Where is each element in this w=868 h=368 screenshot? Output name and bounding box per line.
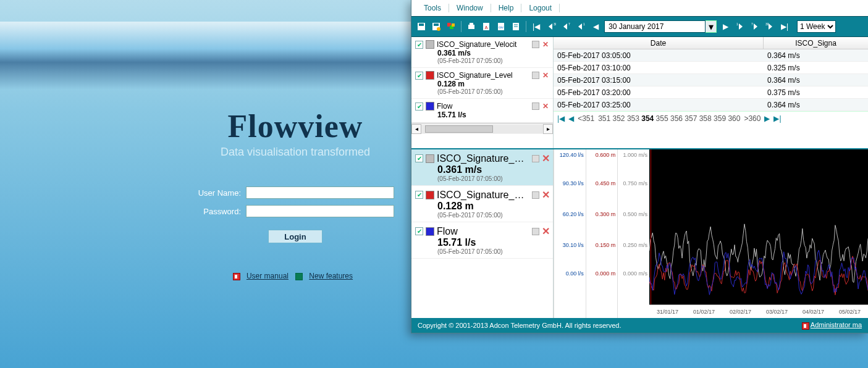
col-header-date[interactable]: Date <box>554 37 764 49</box>
axis-tick-label: 0.150 m <box>596 242 616 248</box>
pager-last-icon[interactable]: ▶| <box>773 114 781 123</box>
table-row[interactable]: 05-Feb-2017 03:05:000.364 m/s <box>554 49 868 62</box>
pager-page[interactable]: 351 <box>598 114 612 123</box>
sensor-timestamp: (05-Feb-2017 07:05:00) <box>437 88 549 95</box>
axis-tick-label: 90.30 l/s <box>563 180 584 186</box>
sensor-settings-icon[interactable] <box>532 41 539 48</box>
nav-back-7-icon[interactable]: 7 <box>560 20 572 33</box>
user-manual-link[interactable]: User manual <box>246 272 289 280</box>
pager-page[interactable]: 357 <box>685 114 699 123</box>
sensor-item[interactable]: ✔ ISCO_Signature_Level ✕ 0.128 m (05-Feb… <box>411 186 553 222</box>
svg-rect-7 <box>452 23 455 27</box>
layers-icon[interactable] <box>445 20 457 33</box>
sensor-checkbox[interactable]: ✔ <box>415 72 423 80</box>
report-icon[interactable] <box>510 20 522 33</box>
scroll-right-icon[interactable]: ▸ <box>543 124 553 134</box>
sensor-checkbox[interactable]: ✔ <box>415 154 423 162</box>
table-header: Date ISCO_Signa <box>554 37 868 49</box>
save-as-icon[interactable] <box>430 20 442 33</box>
sensor-value: 0.361 m/s <box>437 49 549 57</box>
print-icon[interactable] <box>465 20 478 33</box>
sensor-settings-icon[interactable] <box>532 102 539 110</box>
table-row[interactable]: 05-Feb-2017 03:25:000.364 m/s <box>554 99 868 111</box>
nav-fwd-1-icon[interactable]: 1 <box>734 20 746 33</box>
sensor-item[interactable]: ✔ ISCO_Signature_Velocit ✕ 0.361 m/s (05… <box>411 149 553 186</box>
menu-separator <box>559 4 560 12</box>
scroll-track[interactable] <box>421 125 543 133</box>
sensor-checkbox[interactable]: ✔ <box>415 102 423 111</box>
login-button[interactable]: Login <box>268 230 322 243</box>
pager-next-icon[interactable]: ▶ <box>764 114 770 123</box>
horizontal-scrollbar[interactable]: ◂ ▸ <box>411 123 553 134</box>
sensor-remove-icon[interactable]: ✕ <box>542 189 549 201</box>
nav-back-1-icon[interactable]: 1 <box>575 20 587 33</box>
table-row[interactable]: 05-Feb-2017 03:10:000.325 m/s <box>554 62 868 74</box>
table-row[interactable]: 05-Feb-2017 03:15:000.364 m/s <box>554 74 868 86</box>
x-tick-label: 02/02/17 <box>730 309 751 315</box>
password-input[interactable] <box>246 205 394 217</box>
sensor-settings-icon[interactable] <box>532 228 539 235</box>
sensor-checkbox[interactable]: ✔ <box>415 227 423 235</box>
pager-page[interactable]: 358 <box>699 114 714 123</box>
sensor-remove-icon[interactable]: ✕ <box>542 225 549 237</box>
svg-marker-21 <box>578 23 582 30</box>
scroll-thumb[interactable] <box>425 125 493 133</box>
menu-help[interactable]: Help <box>491 4 521 12</box>
pager-prev-icon[interactable]: ◀ <box>568 114 574 123</box>
nav-next-icon[interactable]: ▶ <box>719 20 731 33</box>
sensor-settings-icon[interactable] <box>532 72 539 79</box>
date-picker-button[interactable]: ▾ <box>706 20 717 33</box>
nav-fwd-30-icon[interactable]: 30 <box>764 20 776 33</box>
sensor-timestamp: (05-Feb-2017 07:05:00) <box>437 212 549 219</box>
pager-page[interactable]: 354 <box>641 114 655 123</box>
sensor-item[interactable]: ✔ ISCO_Signature_Velocit ✕ 0.361 m/s (05… <box>411 37 553 68</box>
pager-page[interactable]: 352 <box>613 114 627 123</box>
pager-first-icon[interactable]: |◀ <box>557 114 565 123</box>
username-label: User Name: <box>198 188 241 198</box>
chart-plot[interactable]: 31/01/1701/02/1702/02/1703/02/1704/02/17… <box>649 149 868 318</box>
sensor-remove-icon[interactable]: ✕ <box>542 102 549 111</box>
pager-page[interactable]: 355 <box>656 114 670 123</box>
save-icon[interactable] <box>415 20 428 33</box>
sensor-remove-icon[interactable]: ✕ <box>542 40 549 49</box>
pager-prev-range[interactable]: <351 <box>578 114 594 123</box>
brand-title: Flowview <box>196 108 394 144</box>
menu-tools[interactable]: Tools <box>416 4 449 12</box>
nav-back-30-icon[interactable]: 30 <box>545 20 557 33</box>
nav-prev-icon[interactable]: ◀ <box>589 20 602 33</box>
nav-first-icon[interactable]: |◀ <box>530 20 542 33</box>
axis-tick-label: 0.00 l/s <box>566 270 584 277</box>
sensor-settings-icon[interactable] <box>532 191 539 199</box>
col-header-value[interactable]: ISCO_Signa <box>764 37 868 49</box>
sensor-checkbox[interactable]: ✔ <box>415 41 423 49</box>
svg-text:30: 30 <box>554 22 556 26</box>
sensor-checkbox[interactable]: ✔ <box>415 191 423 199</box>
nav-last-icon[interactable]: ▶| <box>778 20 791 33</box>
sensor-item[interactable]: ✔ Flow ✕ 15.71 l/s <box>411 99 553 123</box>
svg-text:csv: csv <box>499 25 504 29</box>
pager-next-range[interactable]: >360 <box>744 114 761 123</box>
pdf-export-icon[interactable]: A <box>480 20 492 33</box>
new-features-link[interactable]: New features <box>309 272 353 280</box>
username-input[interactable] <box>246 186 394 199</box>
sensor-remove-icon[interactable]: ✕ <box>542 153 549 164</box>
sensor-item[interactable]: ✔ Flow ✕ 15.71 l/s (05-Feb-2017 07:05:00… <box>411 222 553 259</box>
pager-page[interactable]: 359 <box>714 114 728 123</box>
scroll-left-icon[interactable]: ◂ <box>411 124 421 134</box>
range-select[interactable]: 1 Week <box>797 20 836 33</box>
cell-date: 05-Feb-2017 03:05:00 <box>554 49 764 61</box>
svg-marker-23 <box>739 23 743 30</box>
nav-fwd-7-icon[interactable]: 7 <box>749 20 761 33</box>
admin-manual-link[interactable]: Administrator ma <box>811 321 862 328</box>
pager-page[interactable]: 353 <box>627 114 641 123</box>
date-input[interactable] <box>604 20 706 33</box>
sensor-settings-icon[interactable] <box>532 155 539 162</box>
sensor-item[interactable]: ✔ ISCO_Signature_Level ✕ 0.128 m (05-Feb… <box>411 68 553 99</box>
menu-logout[interactable]: Logout <box>521 4 559 12</box>
pager-page[interactable]: 356 <box>670 114 685 123</box>
sensor-remove-icon[interactable]: ✕ <box>542 71 549 80</box>
menu-window[interactable]: Window <box>449 4 491 12</box>
csv-export-icon[interactable]: csv <box>495 20 507 33</box>
pager-page[interactable]: 360 <box>728 114 740 123</box>
table-row[interactable]: 05-Feb-2017 03:20:000.375 m/s <box>554 86 868 99</box>
